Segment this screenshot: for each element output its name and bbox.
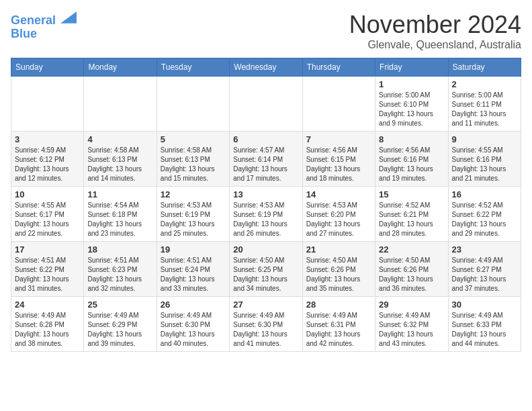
location: Glenvale, Queensland, Australia: [349, 39, 521, 51]
day-info: Sunrise: 4:51 AM Sunset: 6:23 PM Dayligh…: [87, 256, 152, 293]
calendar-cell: [230, 77, 302, 132]
day-number: 24: [15, 300, 80, 310]
calendar-cell: 17Sunrise: 4:51 AM Sunset: 6:22 PM Dayli…: [11, 242, 84, 297]
day-info: Sunrise: 4:58 AM Sunset: 6:13 PM Dayligh…: [161, 146, 226, 183]
day-number: 3: [15, 134, 80, 144]
day-number: 12: [161, 189, 226, 199]
calendar-cell: [157, 77, 229, 132]
weekday-header-tuesday: Tuesday: [157, 58, 229, 77]
day-number: 14: [306, 189, 371, 199]
day-number: 13: [233, 189, 298, 199]
calendar-cell: 10Sunrise: 4:55 AM Sunset: 6:17 PM Dayli…: [11, 187, 84, 242]
calendar-cell: [84, 77, 157, 132]
day-number: 1: [379, 79, 444, 89]
logo-icon: [60, 11, 77, 24]
logo: General Blue: [11, 11, 77, 41]
calendar-cell: 7Sunrise: 4:56 AM Sunset: 6:15 PM Daylig…: [302, 132, 375, 187]
logo-blue-text: Blue: [11, 28, 77, 41]
day-number: 18: [87, 244, 152, 255]
day-info: Sunrise: 4:51 AM Sunset: 6:22 PM Dayligh…: [15, 256, 80, 293]
calendar-cell: 25Sunrise: 4:49 AM Sunset: 6:29 PM Dayli…: [84, 297, 157, 352]
calendar-cell: 4Sunrise: 4:58 AM Sunset: 6:13 PM Daylig…: [84, 132, 157, 187]
day-number: 9: [452, 134, 517, 144]
day-info: Sunrise: 4:58 AM Sunset: 6:13 PM Dayligh…: [87, 146, 152, 183]
calendar-cell: 5Sunrise: 4:58 AM Sunset: 6:13 PM Daylig…: [157, 132, 229, 187]
day-number: 15: [379, 189, 444, 199]
weekday-header-row: SundayMondayTuesdayWednesdayThursdayFrid…: [11, 58, 521, 77]
day-info: Sunrise: 4:57 AM Sunset: 6:14 PM Dayligh…: [233, 146, 298, 183]
calendar-cell: 27Sunrise: 4:49 AM Sunset: 6:30 PM Dayli…: [230, 297, 302, 352]
day-info: Sunrise: 4:53 AM Sunset: 6:20 PM Dayligh…: [306, 201, 371, 238]
title-block: November 2024 Glenvale, Queensland, Aust…: [349, 11, 521, 51]
day-info: Sunrise: 4:49 AM Sunset: 6:29 PM Dayligh…: [87, 311, 152, 349]
calendar-cell: 16Sunrise: 4:52 AM Sunset: 6:22 PM Dayli…: [448, 187, 521, 242]
day-info: Sunrise: 5:00 AM Sunset: 6:10 PM Dayligh…: [379, 91, 444, 128]
calendar-cell: 28Sunrise: 4:49 AM Sunset: 6:31 PM Dayli…: [302, 297, 375, 352]
day-info: Sunrise: 4:53 AM Sunset: 6:19 PM Dayligh…: [233, 201, 298, 238]
day-number: 17: [15, 244, 80, 255]
calendar-cell: 26Sunrise: 4:49 AM Sunset: 6:30 PM Dayli…: [157, 297, 229, 352]
day-info: Sunrise: 4:53 AM Sunset: 6:19 PM Dayligh…: [161, 201, 226, 238]
day-number: 8: [379, 134, 444, 144]
weekday-header-friday: Friday: [375, 58, 448, 77]
day-info: Sunrise: 4:50 AM Sunset: 6:26 PM Dayligh…: [379, 256, 444, 293]
day-info: Sunrise: 4:49 AM Sunset: 6:27 PM Dayligh…: [452, 256, 517, 293]
weekday-header-monday: Monday: [84, 58, 157, 77]
day-info: Sunrise: 4:51 AM Sunset: 6:24 PM Dayligh…: [161, 256, 226, 293]
day-number: 30: [452, 300, 517, 310]
day-number: 25: [87, 300, 152, 310]
calendar-week-5: 24Sunrise: 4:49 AM Sunset: 6:28 PM Dayli…: [11, 297, 521, 352]
calendar-cell: 1Sunrise: 5:00 AM Sunset: 6:10 PM Daylig…: [375, 77, 448, 132]
day-number: 5: [161, 134, 226, 144]
day-info: Sunrise: 4:55 AM Sunset: 6:17 PM Dayligh…: [15, 201, 80, 238]
calendar-cell: 22Sunrise: 4:50 AM Sunset: 6:26 PM Dayli…: [375, 242, 448, 297]
calendar-cell: 20Sunrise: 4:50 AM Sunset: 6:25 PM Dayli…: [230, 242, 302, 297]
weekday-header-sunday: Sunday: [11, 58, 84, 77]
day-info: Sunrise: 4:59 AM Sunset: 6:12 PM Dayligh…: [15, 146, 80, 183]
calendar-cell: 29Sunrise: 4:49 AM Sunset: 6:32 PM Dayli…: [375, 297, 448, 352]
calendar-week-2: 3Sunrise: 4:59 AM Sunset: 6:12 PM Daylig…: [11, 132, 521, 187]
svg-marker-0: [60, 11, 77, 24]
day-info: Sunrise: 4:49 AM Sunset: 6:30 PM Dayligh…: [233, 311, 298, 349]
day-info: Sunrise: 4:49 AM Sunset: 6:33 PM Dayligh…: [452, 311, 517, 349]
day-number: 22: [379, 244, 444, 255]
calendar-cell: 12Sunrise: 4:53 AM Sunset: 6:19 PM Dayli…: [157, 187, 229, 242]
calendar-cell: 23Sunrise: 4:49 AM Sunset: 6:27 PM Dayli…: [448, 242, 521, 297]
month-title: November 2024: [349, 11, 521, 39]
day-number: 20: [233, 244, 298, 255]
day-info: Sunrise: 4:56 AM Sunset: 6:16 PM Dayligh…: [379, 146, 444, 183]
day-number: 28: [306, 300, 371, 310]
calendar-week-1: 1Sunrise: 5:00 AM Sunset: 6:10 PM Daylig…: [11, 77, 521, 132]
calendar-table: SundayMondayTuesdayWednesdayThursdayFrid…: [11, 58, 521, 352]
day-info: Sunrise: 4:49 AM Sunset: 6:31 PM Dayligh…: [306, 311, 371, 349]
page-header: General Blue November 2024 Glenvale, Que…: [11, 11, 521, 51]
day-info: Sunrise: 5:00 AM Sunset: 6:11 PM Dayligh…: [452, 91, 517, 128]
calendar-cell: 9Sunrise: 4:55 AM Sunset: 6:16 PM Daylig…: [448, 132, 521, 187]
day-info: Sunrise: 4:55 AM Sunset: 6:16 PM Dayligh…: [452, 146, 517, 183]
day-info: Sunrise: 4:49 AM Sunset: 6:32 PM Dayligh…: [379, 311, 444, 349]
day-number: 11: [87, 189, 152, 199]
calendar-cell: 21Sunrise: 4:50 AM Sunset: 6:26 PM Dayli…: [302, 242, 375, 297]
day-info: Sunrise: 4:49 AM Sunset: 6:28 PM Dayligh…: [15, 311, 80, 349]
calendar-cell: 15Sunrise: 4:52 AM Sunset: 6:21 PM Dayli…: [375, 187, 448, 242]
day-number: 26: [161, 300, 226, 310]
calendar-cell: 2Sunrise: 5:00 AM Sunset: 6:11 PM Daylig…: [448, 77, 521, 132]
weekday-header-saturday: Saturday: [448, 58, 521, 77]
calendar-cell: 30Sunrise: 4:49 AM Sunset: 6:33 PM Dayli…: [448, 297, 521, 352]
day-number: 10: [15, 189, 80, 199]
day-number: 4: [87, 134, 152, 144]
day-info: Sunrise: 4:52 AM Sunset: 6:21 PM Dayligh…: [379, 201, 444, 238]
calendar-cell: 8Sunrise: 4:56 AM Sunset: 6:16 PM Daylig…: [375, 132, 448, 187]
calendar-week-3: 10Sunrise: 4:55 AM Sunset: 6:17 PM Dayli…: [11, 187, 521, 242]
day-number: 16: [452, 189, 517, 199]
day-number: 21: [306, 244, 371, 255]
calendar-cell: 13Sunrise: 4:53 AM Sunset: 6:19 PM Dayli…: [230, 187, 302, 242]
calendar-cell: [302, 77, 375, 132]
calendar-cell: [11, 77, 84, 132]
day-number: 2: [452, 79, 517, 89]
day-number: 23: [452, 244, 517, 255]
calendar-cell: 6Sunrise: 4:57 AM Sunset: 6:14 PM Daylig…: [230, 132, 302, 187]
day-info: Sunrise: 4:54 AM Sunset: 6:18 PM Dayligh…: [87, 201, 152, 238]
calendar-cell: 24Sunrise: 4:49 AM Sunset: 6:28 PM Dayli…: [11, 297, 84, 352]
calendar-cell: 14Sunrise: 4:53 AM Sunset: 6:20 PM Dayli…: [302, 187, 375, 242]
